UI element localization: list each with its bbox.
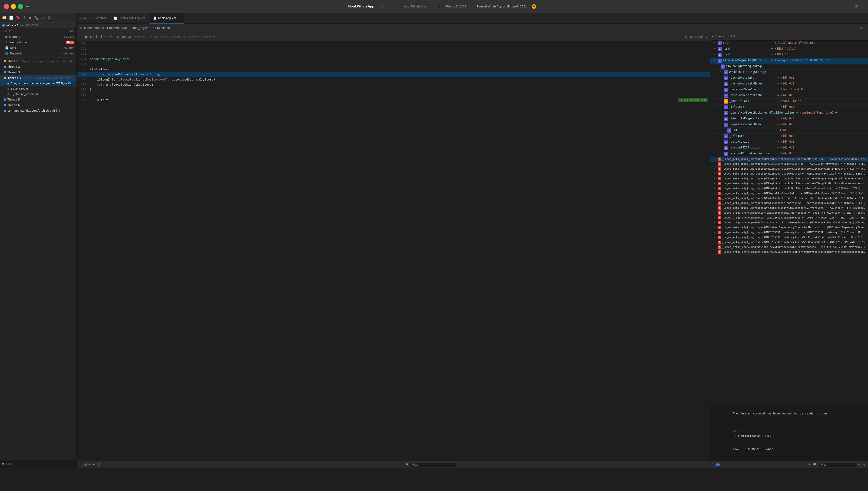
var-pause-icon[interactable]: ⏸ (715, 35, 718, 38)
callstack-9[interactable]: ▶ ! _logos_meta_orig$_ungrouped$WhatsApp… (710, 196, 868, 201)
thread-4-sub2[interactable]: 1 sub_6307F8 (0, 86, 76, 91)
info-icon[interactable]: ⓘ (97, 463, 100, 467)
callstack-5[interactable]: ▶ ! _logos_meta_orig$_ungrouped$WARegist… (710, 176, 868, 181)
network-row[interactable]: 🌐 Network Zero KB/s (0, 51, 76, 56)
var-checkpointing[interactable]: ▶ A WACheckpointingStorage (710, 69, 868, 76)
callstack-18[interactable]: ▶ ! _logos_meta_orig$_ungrouped$WAEC2551… (710, 240, 868, 245)
var-step-icon[interactable]: ⏭ (719, 35, 721, 38)
disk-row[interactable]: 💾 Disk Zero KB/s (0, 45, 76, 51)
split-view-icon[interactable]: ⊞ (855, 4, 858, 9)
collapse-icon[interactable]: ◀ (860, 26, 862, 30)
var-has-file-lock[interactable]: B _hasFileLock = (bool) false (710, 99, 868, 105)
callstack-4[interactable]: ▶ ! _logos_meta_orig$_ungrouped$WAEC2551… (710, 172, 868, 176)
maximize-button[interactable] (18, 4, 23, 9)
callstack-15[interactable]: ▶ ! _logos_meta_orig$_ungrouped$WAContex… (710, 225, 868, 230)
step-back-icon[interactable]: ↩ (104, 34, 107, 39)
callstack-12[interactable]: ▶ ! _logos_orig$_ungrouped$WAContext$set… (710, 210, 868, 215)
step-over-icon[interactable]: ⏭ (90, 34, 94, 39)
var-auto-migrating[interactable]: A WAAutoMigratingStorage (710, 64, 868, 69)
var-cmd-alloc[interactable]: ▶ A _cmd = (SEL) "alloc" (710, 46, 868, 52)
nav-prev-icon[interactable]: ◀ (81, 17, 82, 20)
var-self[interactable]: ▶ A self = (Class) WASignalKeyStore (710, 40, 868, 46)
console-filter-input[interactable] (819, 462, 856, 467)
thread-3-item[interactable]: Thread 3 (0, 69, 76, 75)
sidebar-toggle-icon[interactable]: ☰ (26, 4, 30, 9)
var-allocated-signal[interactable]: ▼ A allocatedSignalKeyStore = (WASignalK… (710, 58, 868, 64)
var-file-lock[interactable]: A _fileLock = (id) 0x0 (710, 105, 868, 110)
file-icon[interactable]: 📄 (9, 16, 13, 20)
var-account-jid[interactable]: A _accountJIDProvider = (id) 0x0 (710, 145, 868, 151)
callstack-2[interactable]: ▶ ! _logos_meta_orig$_ungrouped$WAEC2551… (710, 162, 868, 167)
tab-hookreg[interactable]: 📄 hook_reg.xm ✕ (150, 13, 185, 24)
callstack-19[interactable]: ▶ ! _logos_orig$_ungrouped$WASignalKeySt… (710, 245, 868, 250)
thread4-path[interactable]: Thread 4 (135, 35, 146, 38)
memory-row[interactable]: ▣ Memory 36.6 MB (0, 34, 76, 39)
var-signal-key-bg-task[interactable]: A _signalKeyStoreBackgroundTaskIdentifie… (710, 110, 868, 116)
whatsapp-path[interactable]: WhatsApp (117, 35, 131, 38)
var-eye-icon[interactable]: 👁 (808, 463, 811, 467)
folder-icon[interactable]: 📁 (2, 16, 6, 20)
close-tab-icon[interactable]: ✕ (178, 17, 181, 20)
code-view[interactable]: 390 391 392 393 %hook WASignalKeyStore (77, 41, 710, 461)
step-into-icon[interactable]: ⬇ (95, 34, 98, 39)
var-deferred-save[interactable]: A _deferredSaveCount = (long long) 0 (710, 87, 868, 93)
var-out-icon[interactable]: ↪ (727, 35, 729, 38)
thread-4-item[interactable]: Thread 4 Queue: net.whatsapp.crypto (ser… (0, 75, 76, 81)
console-settings-icon[interactable]: ⚙ (858, 463, 861, 466)
breadcrumb-1[interactable]: HookWhatsApp (83, 26, 104, 30)
callstack-17[interactable]: ▶ ! _logos_meta_orig$_ungrouped$WAEC2551… (710, 235, 868, 240)
callstack-10[interactable]: ▶ ! _logos_meta_orig$_ungrouped$WhatsApp… (710, 201, 868, 206)
var-into-icon[interactable]: ↩ (723, 35, 725, 38)
console-clear-icon[interactable]: 🗑 (862, 463, 865, 466)
var-date-provider[interactable]: A _dateProvider = (id) 0x0 (710, 139, 868, 145)
step-out-icon[interactable]: ⬆ (100, 34, 103, 39)
thread-4-sub1[interactable]: 0_logos_meta_method$_ungroupedWASignalKe… (0, 81, 76, 86)
callstack-7[interactable]: ▶ ! _logos_meta_orig$_ungrouped$WARegist… (710, 186, 868, 191)
search-input[interactable] (6, 463, 74, 466)
method-path[interactable]: 0_logos_meta_method$_ungrouped$WASignalK… (150, 35, 220, 38)
app-item[interactable]: WhatsApp PID 15800 ⋯ (0, 22, 76, 28)
filter-input[interactable] (410, 462, 456, 467)
callstack-13[interactable]: ▶ ! _logos_orig$_ungrouped$WAContext$set… (710, 215, 868, 220)
eventfetch-thread-item[interactable]: com.apple.uikit.eventfetch-thread (7) (0, 108, 76, 114)
callstack-14[interactable]: ▶ ! _logos_orig$_ungrouped$WAContext$sta… (710, 220, 868, 225)
add-tab-icon[interactable]: ＋ (860, 4, 864, 9)
callstack-6[interactable]: ▶ ! _logos_meta_orig$_ungrouped$WARegist… (710, 181, 868, 186)
callstack-20[interactable]: ▶ ! _logos_orig$_ungrouped$WAPhoneInputV… (710, 250, 868, 255)
app-options-icon[interactable]: ⋯ (71, 24, 74, 27)
callstack-16[interactable]: ▶ ! _logos_meta_orig$_ungrouped$WAEC2551… (710, 230, 868, 235)
console-search-icon[interactable]: 🔍 (813, 463, 817, 467)
var-play-icon[interactable]: ▶ (712, 35, 714, 38)
thread-2-item[interactable]: Thread 2 (0, 64, 76, 69)
callstack-8[interactable]: ▶ ! _logos_meta_orig$_ungrouped$WASignal… (710, 191, 868, 196)
tab-control[interactable]: ⚙ control (89, 13, 110, 24)
var-cached-meta-error[interactable]: A _cachedMetadataError = (id) 0x0 (710, 81, 868, 87)
thread-6-item[interactable]: Thread 6 (0, 103, 76, 108)
tab-hookwhatsapp[interactable]: 📄 HookWhatsApp.xm (110, 13, 149, 24)
thread-5-item[interactable]: Thread 5 (0, 97, 76, 103)
var-cmd-empty[interactable]: ▶ A _cmd = (SEL) "" (710, 52, 868, 58)
thread-1-item[interactable]: Thread 1 Queue: com.apple.main-thread (s… (0, 58, 76, 64)
thread-4-sub3[interactable]: 9 _pthread_wqthread (0, 91, 76, 97)
minimize-button[interactable] (11, 4, 16, 9)
settings-icon[interactable]: ⚙ (47, 16, 51, 20)
breadcrumb-3[interactable]: hook_reg.xm (131, 26, 150, 30)
energy-row[interactable]: ⚡ Energy Impact High (0, 39, 76, 45)
warning-icon[interactable]: ⚠ (23, 16, 26, 20)
var-cached-meta[interactable]: A _cachedMetadata = (id) 0x0 (710, 76, 868, 81)
var-identity-keypair[interactable]: A _identityKeypairData = (id) 0x0 (710, 116, 868, 122)
var-account-migration[interactable]: A _accountMigrationService = (id) 0x0 (710, 151, 868, 157)
var-reg-0[interactable]: A [0] (id) (710, 128, 868, 134)
close-button[interactable] (4, 4, 9, 9)
var-dn-icon[interactable]: ⬇ (734, 35, 736, 38)
eye-icon[interactable]: 👁 (92, 463, 95, 467)
var-session-records[interactable]: A _sessionRecordsCache = (id) 0x0 (710, 93, 868, 99)
nav-next-icon[interactable]: ▶ (84, 17, 86, 20)
step-forward-icon[interactable]: ↪ (109, 34, 112, 39)
breadcrumb-2[interactable]: HookWhatsApp (107, 26, 129, 30)
callstack-3[interactable]: ▶ ! _logos_meta_orig$_ungrouped$WAEC2551… (710, 167, 868, 172)
callstack-1[interactable]: ▶ ! _logos_meta_orig$_ungrouped$WAContex… (710, 157, 868, 162)
diamond-icon[interactable]: ◆ (28, 16, 31, 20)
var-registration-id[interactable]: ▶ A _registrationIdData = (id) 0x0 (710, 122, 868, 128)
tag-icon[interactable]: 🔖 (16, 16, 21, 20)
